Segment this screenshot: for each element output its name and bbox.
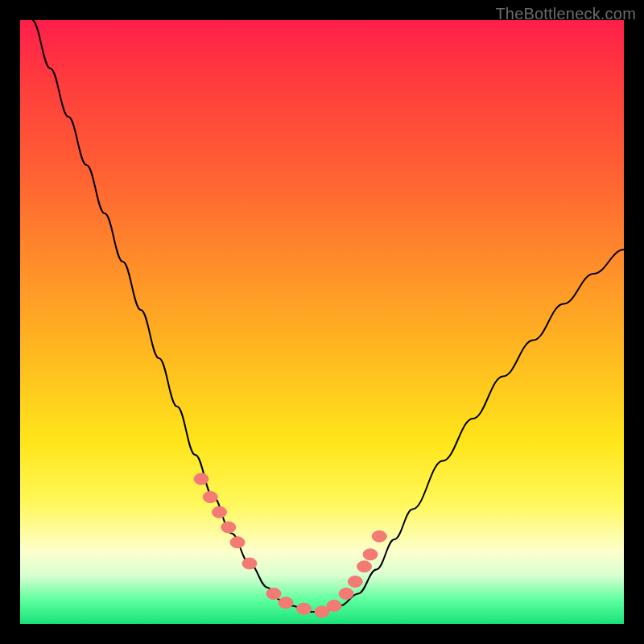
- marker-dot: [297, 603, 312, 614]
- bottleneck-curve: [32, 20, 624, 612]
- marker-dot: [194, 473, 208, 485]
- marker-dot: [203, 492, 217, 503]
- marker-group: [194, 473, 386, 617]
- marker-dot: [357, 561, 372, 572]
- marker-dot: [339, 588, 353, 600]
- marker-dot: [372, 530, 386, 542]
- chart-svg: [20, 20, 624, 624]
- marker-dot: [279, 597, 293, 609]
- marker-dot: [242, 558, 257, 569]
- marker-dot: [221, 522, 236, 533]
- marker-dot: [230, 537, 245, 548]
- marker-dot: [348, 576, 362, 588]
- marker-dot: [213, 506, 227, 518]
- marker-dot: [266, 588, 281, 600]
- marker-dot: [327, 601, 341, 612]
- marker-dot: [363, 549, 378, 560]
